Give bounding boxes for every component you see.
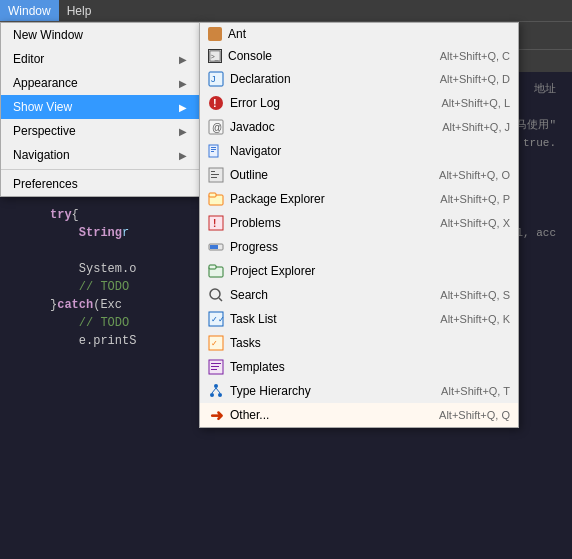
tasklist-icon: ✓✓ — [208, 311, 224, 327]
svg-text:!: ! — [213, 97, 217, 109]
sv-type-hierarchy-label: Type Hierarchy — [230, 384, 311, 398]
declaration-icon: J — [208, 71, 224, 87]
sv-declaration-label: Declaration — [230, 72, 291, 86]
sv-navigator-label: Navigator — [230, 144, 281, 158]
menu-perspective-arrow: ▶ — [179, 126, 187, 137]
package-explorer-icon — [208, 191, 224, 207]
sv-type-hierarchy[interactable]: Type Hierarchy Alt+Shift+Q, T — [200, 379, 518, 403]
svg-text:✓: ✓ — [211, 339, 218, 348]
progress-icon — [208, 239, 224, 255]
menubar: Window Help — [0, 0, 572, 22]
outline-icon — [208, 167, 224, 183]
right-text-addr: 地址 — [534, 80, 556, 98]
sv-search-label: Search — [230, 288, 268, 302]
sv-progress[interactable]: Progress — [200, 235, 518, 259]
sv-search-shortcut: Alt+Shift+Q, S — [440, 289, 510, 301]
other-arrow-icon: ➜ — [208, 407, 224, 423]
svg-text:!: ! — [213, 218, 216, 229]
sv-package-explorer[interactable]: Package Explorer Alt+Shift+Q, P — [200, 187, 518, 211]
svg-rect-21 — [210, 245, 218, 249]
sv-templates[interactable]: Templates — [200, 355, 518, 379]
sv-project-explorer-label: Project Explorer — [230, 264, 315, 278]
right-text-acc: l, acc — [516, 224, 556, 242]
menubar-window[interactable]: Window — [0, 0, 59, 21]
svg-rect-9 — [211, 147, 216, 148]
menu-appearance-label: Appearance — [13, 76, 78, 90]
sv-templates-label: Templates — [230, 360, 285, 374]
menu-preferences-label: Preferences — [13, 177, 78, 191]
menu-editor-label: Editor — [13, 52, 44, 66]
sv-javadoc-shortcut: Alt+Shift+Q, J — [442, 121, 510, 133]
svg-text:✓✓: ✓✓ — [211, 315, 224, 324]
sv-problems-shortcut: Alt+Shift+Q, X — [440, 217, 510, 229]
menu-show-view[interactable]: Show View ▶ — [1, 95, 199, 119]
sv-problems[interactable]: ! Problems Alt+Shift+Q, X — [200, 211, 518, 235]
sv-outline-label: Outline — [230, 168, 268, 182]
svg-point-34 — [214, 384, 218, 388]
svg-point-36 — [218, 393, 222, 397]
sv-outline[interactable]: Outline Alt+Shift+Q, O — [200, 163, 518, 187]
menu-editor-arrow: ▶ — [179, 54, 187, 65]
sv-javadoc[interactable]: @ Javadoc Alt+Shift+Q, J — [200, 115, 518, 139]
sv-errorlog[interactable]: ! Error Log Alt+Shift+Q, L — [200, 91, 518, 115]
sv-package-explorer-shortcut: Alt+Shift+Q, P — [440, 193, 510, 205]
sv-ant-label: Ant — [228, 27, 246, 41]
sv-ant[interactable]: Ant — [200, 23, 518, 45]
sv-declaration[interactable]: J Declaration Alt+Shift+Q, D — [200, 67, 518, 91]
svg-text:>_: >_ — [211, 53, 219, 61]
svg-rect-33 — [211, 369, 217, 370]
console-icon: >_ — [208, 49, 222, 63]
sv-problems-label: Problems — [230, 216, 281, 230]
sv-progress-label: Progress — [230, 240, 278, 254]
templates-icon — [208, 359, 224, 375]
menu-show-view-label: Show View — [13, 100, 72, 114]
sv-tasklist[interactable]: ✓✓ Task List Alt+Shift+Q, K — [200, 307, 518, 331]
menu-new-window-label: New Window — [13, 28, 83, 42]
javadoc-icon: @ — [208, 119, 224, 135]
sv-errorlog-label: Error Log — [230, 96, 280, 110]
svg-rect-32 — [211, 366, 219, 367]
menu-navigation[interactable]: Navigation ▶ — [1, 143, 199, 167]
sv-navigator[interactable]: Navigator — [200, 139, 518, 163]
errorlog-icon: ! — [208, 95, 224, 111]
menu-appearance-arrow: ▶ — [179, 78, 187, 89]
menu-perspective-label: Perspective — [13, 124, 76, 138]
svg-line-38 — [216, 388, 220, 393]
sv-console-label: Console — [228, 49, 272, 63]
sv-project-explorer[interactable]: Project Explorer — [200, 259, 518, 283]
showview-menu: Ant >_ Console Alt+Shift+Q, C J Declarat… — [199, 22, 519, 428]
svg-rect-13 — [211, 171, 215, 172]
menu-new-window[interactable]: New Window — [1, 23, 199, 47]
sv-type-hierarchy-shortcut: Alt+Shift+Q, T — [441, 385, 510, 397]
menu-perspective[interactable]: Perspective ▶ — [1, 119, 199, 143]
sv-other-shortcut: Alt+Shift+Q, Q — [439, 409, 510, 421]
svg-line-25 — [219, 298, 222, 301]
sv-declaration-shortcut: Alt+Shift+Q, D — [440, 73, 510, 85]
project-explorer-icon — [208, 263, 224, 279]
sv-javadoc-label: Javadoc — [230, 120, 275, 134]
sv-outline-shortcut: Alt+Shift+Q, O — [439, 169, 510, 181]
svg-rect-23 — [209, 265, 216, 269]
svg-line-37 — [212, 388, 216, 393]
menu-navigation-label: Navigation — [13, 148, 70, 162]
sv-tasks[interactable]: ✓ Tasks — [200, 331, 518, 355]
sv-errorlog-shortcut: Alt+Shift+Q, L — [442, 97, 510, 109]
menu-appearance[interactable]: Appearance ▶ — [1, 71, 199, 95]
menubar-help[interactable]: Help — [59, 0, 100, 21]
menu-editor[interactable]: Editor ▶ — [1, 47, 199, 71]
svg-text:@: @ — [212, 122, 222, 133]
menu-preferences[interactable]: Preferences — [1, 172, 199, 196]
svg-point-24 — [210, 289, 220, 299]
svg-rect-11 — [211, 151, 214, 152]
menu-separator — [1, 169, 199, 170]
svg-rect-14 — [211, 174, 219, 175]
sv-console[interactable]: >_ Console Alt+Shift+Q, C — [200, 45, 518, 67]
sv-tasklist-shortcut: Alt+Shift+Q, K — [440, 313, 510, 325]
right-text-true: true. — [523, 134, 556, 152]
sv-search[interactable]: Search Alt+Shift+Q, S — [200, 283, 518, 307]
svg-rect-31 — [211, 363, 221, 364]
svg-text:J: J — [211, 74, 216, 84]
ant-icon — [208, 27, 222, 41]
menu-navigation-arrow: ▶ — [179, 150, 187, 161]
sv-other[interactable]: ➜ Other... Alt+Shift+Q, Q — [200, 403, 518, 427]
